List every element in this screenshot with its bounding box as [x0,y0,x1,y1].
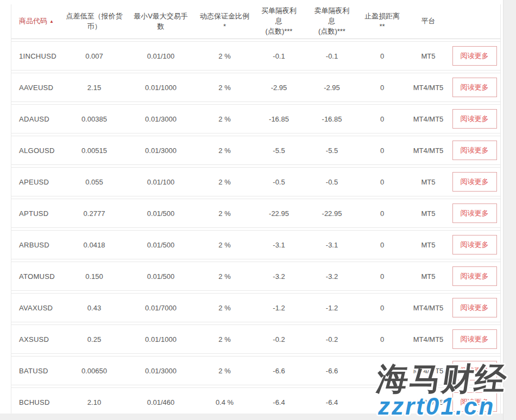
cell-min-max-lots: 0.01/7000 [123,304,199,312]
cell-action: 阅读更多 [449,172,500,192]
cell-product-code: BATUSD [11,367,66,375]
cell-sell-overnight-interest: -6.6 [307,367,356,375]
cell-platform: MT4/MT5 [408,335,449,343]
cell-min-max-lots: 0.01/500 [123,272,199,281]
cell-margin-ratio: 2 % [199,209,250,218]
cell-stop-distance: 0 [356,272,408,281]
cell-product-code: APEUSD [11,178,66,186]
watermark-url: zzrt01.cn [378,393,495,420]
cell-sell-overnight-interest: -2.95 [307,84,356,92]
read-more-button[interactable]: 阅读更多 [452,298,497,317]
cell-buy-overnight-interest: -6.4 [250,398,307,406]
cell-margin-ratio: 2 % [199,52,250,60]
cell-spread: 0.150 [66,272,123,281]
cell-spread: 2.15 [66,84,123,92]
cell-spread: 0.00385 [66,115,123,123]
read-more-button[interactable]: 阅读更多 [452,141,497,160]
cell-min-max-lots: 0.01/3000 [123,147,199,155]
cell-buy-overnight-interest: -0.2 [250,335,307,343]
cell-sell-overnight-interest: -6.4 [307,398,356,406]
cell-platform: MT4/MT5 [408,147,449,155]
page-right-gutter [503,0,516,420]
cell-buy-overnight-interest: -3.2 [250,272,307,281]
cell-stop-distance: 0 [356,147,408,155]
read-more-button[interactable]: 阅读更多 [452,329,497,349]
table-row: ADAUSD 0.00385 0.01/3000 2 % -16.85 -16.… [11,104,500,133]
column-header-product-code[interactable]: 商品代码▲ [11,16,66,27]
read-more-button[interactable]: 阅读更多 [452,203,497,223]
column-header-sell-overnight-interest[interactable]: 卖单隔夜利 息 (点数)*** [307,6,356,37]
cell-stop-distance: 0 [356,209,408,218]
cell-margin-ratio: 2 % [199,147,250,155]
cell-buy-overnight-interest: -5.5 [250,147,307,155]
cell-stop-distance: 0 [356,241,408,249]
cell-buy-overnight-interest: -0.5 [250,178,307,186]
cell-platform: MT5 [408,209,449,218]
cell-sell-overnight-interest: -16.85 [307,115,356,123]
cell-product-code: BCHUSD [11,398,66,406]
cell-spread: 0.055 [66,178,123,186]
cell-platform: MT5 [408,52,449,60]
cell-product-code: APTUSD [11,209,66,218]
cell-buy-overnight-interest: -1.2 [250,304,307,312]
cell-stop-distance: 0 [356,178,408,186]
cell-min-max-lots: 0.01/460 [123,398,199,406]
table-header-row: 商品代码▲ 点差低至（报价货 币） 最小V最大交易手 数 动态保证金比例 * 买… [11,4,500,39]
read-more-button[interactable]: 阅读更多 [452,266,497,286]
column-header-min-max-lots[interactable]: 最小V最大交易手 数 [123,11,199,32]
cell-sell-overnight-interest: -0.5 [307,178,356,186]
table-row: AAVEUSD 2.15 0.01/1000 2 % -2.95 -2.95 0… [11,73,500,102]
table-row: APEUSD 0.055 0.01/100 2 % -0.5 -0.5 0 MT… [11,167,500,196]
cell-platform: MT5 [408,178,449,186]
cell-sell-overnight-interest: -22.95 [307,209,356,218]
cell-stop-distance: 0 [356,84,408,92]
cell-sell-overnight-interest: -1.2 [307,304,356,312]
cell-platform: MT4/MT5 [408,84,449,92]
column-header-stop-distance[interactable]: 止盈损距离 ** [356,11,408,32]
cell-spread: 0.0418 [66,241,123,249]
cell-stop-distance: 0 [356,52,408,60]
cell-spread: 0.00515 [66,147,123,155]
cell-platform: MT5 [408,272,449,281]
cell-product-code: 1INCHUSD [11,52,66,60]
cell-min-max-lots: 0.01/1000 [123,84,199,92]
read-more-button[interactable]: 阅读更多 [452,235,497,254]
cell-product-code: ALGOUSD [11,147,66,155]
table-row: AXSUSD 0.25 0.01/1000 2 % -0.2 -0.2 0 MT… [11,324,500,354]
cell-action: 阅读更多 [449,141,500,160]
table-row: ATOMUSD 0.150 0.01/500 2 % -3.2 -3.2 0 M… [11,262,500,291]
read-more-button[interactable]: 阅读更多 [452,109,497,129]
cell-min-max-lots: 0.01/100 [123,52,199,60]
cell-spread: 0.007 [66,52,123,60]
cell-spread: 2.10 [66,398,123,406]
cell-action: 阅读更多 [449,329,500,349]
cell-spread: 0.00650 [66,367,123,375]
cell-sell-overnight-interest: -3.1 [307,241,356,249]
column-header-margin-ratio[interactable]: 动态保证金比例 * [199,11,250,32]
cell-buy-overnight-interest: -0.1 [250,52,307,60]
read-more-button[interactable]: 阅读更多 [452,46,497,66]
column-header-buy-overnight-interest[interactable]: 买单隔夜利 息 (点数)*** [250,6,307,37]
column-header-label: 商品代码 [19,17,47,25]
read-more-button[interactable]: 阅读更多 [452,78,497,97]
read-more-button[interactable]: 阅读更多 [452,172,497,192]
cell-margin-ratio: 2 % [199,304,250,312]
cell-margin-ratio: 2 % [199,367,250,375]
cell-min-max-lots: 0.01/500 [123,241,199,249]
cell-buy-overnight-interest: -16.85 [250,115,307,123]
cell-spread: 0.25 [66,335,123,343]
column-header-platform[interactable]: 平台 [408,16,449,27]
column-header-spread[interactable]: 点差低至（报价货 币） [66,11,123,32]
cell-stop-distance: 0 [356,335,408,343]
cell-action: 阅读更多 [449,109,500,129]
cell-margin-ratio: 2 % [199,335,250,343]
cell-sell-overnight-interest: -0.1 [307,52,356,60]
table-row: ALGOUSD 0.00515 0.01/3000 2 % -5.5 -5.5 … [11,136,500,165]
cell-product-code: ARBUSD [11,241,66,249]
cell-margin-ratio: 2 % [199,178,250,186]
cell-product-code: AVAXUSD [11,304,66,312]
cell-spread: 0.43 [66,304,123,312]
cell-sell-overnight-interest: -3.2 [307,272,356,281]
cell-stop-distance: 0 [356,115,408,123]
cell-platform: MT4/MT5 [408,115,449,123]
